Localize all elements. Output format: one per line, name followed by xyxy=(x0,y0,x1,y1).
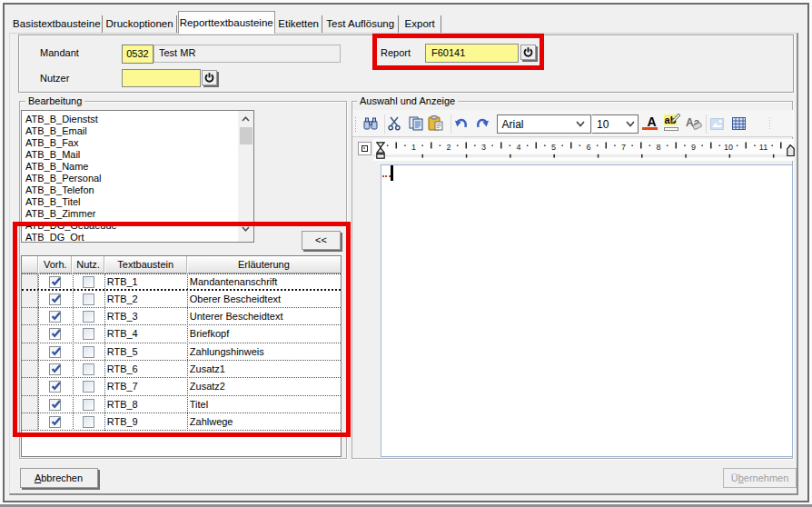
svg-text:7: 7 xyxy=(620,143,625,152)
svg-text:3: 3 xyxy=(480,143,485,152)
svg-text:2: 2 xyxy=(446,143,451,152)
svg-text:8: 8 xyxy=(656,143,660,152)
svg-text:6: 6 xyxy=(586,143,590,152)
svg-text:11: 11 xyxy=(758,143,767,152)
svg-text:4: 4 xyxy=(516,143,520,152)
svg-text:5: 5 xyxy=(550,143,555,152)
svg-text:10: 10 xyxy=(723,143,732,152)
svg-text:1: 1 xyxy=(411,143,415,152)
svg-text:9: 9 xyxy=(690,143,695,152)
